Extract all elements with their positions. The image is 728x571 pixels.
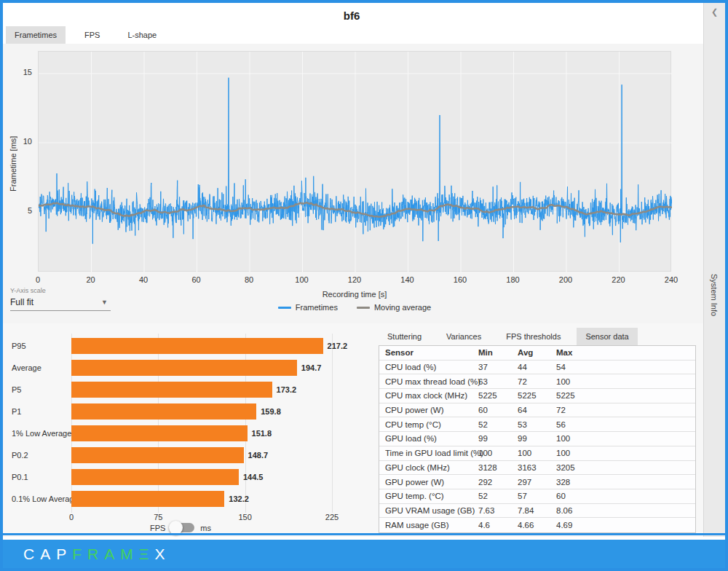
bar-p0-2 bbox=[71, 447, 244, 463]
sensor-value-cell: 57 bbox=[518, 492, 556, 500]
bar-gridline bbox=[332, 334, 333, 513]
sensor-value-cell: 100 bbox=[478, 449, 518, 457]
sensor-name-cell: CPU max thread load (%) bbox=[379, 377, 478, 386]
sensor-value-cell: 4.66 bbox=[518, 521, 556, 529]
tab-frametimes[interactable]: Frametimes bbox=[6, 26, 66, 44]
bar-category-label: 1% Low Average bbox=[12, 425, 71, 441]
legend-item: Frametimes bbox=[278, 303, 338, 312]
bar-x-tick: 0 bbox=[57, 513, 86, 521]
x-tick: 60 bbox=[182, 275, 211, 284]
header-cell: Min bbox=[478, 348, 518, 357]
x-tick: 100 bbox=[288, 275, 317, 284]
legend-swatch bbox=[278, 307, 291, 309]
x-tick: 220 bbox=[604, 275, 633, 284]
logo-letter: C bbox=[23, 546, 40, 562]
sensor-name-cell: GPU VRAM usage (GB) bbox=[379, 506, 478, 515]
y-tick: 15 bbox=[7, 68, 32, 76]
legend-label: Frametimes bbox=[296, 303, 338, 312]
bar-value-label: 148.7 bbox=[248, 447, 269, 463]
sensor-name-cell: Time in GPU load limit (%) bbox=[379, 449, 478, 457]
bar-category-label: Average bbox=[12, 360, 41, 376]
y-axis-scale-label: Y-Axis scale bbox=[10, 287, 111, 294]
sensor-table-header: SensorMinAvgMax bbox=[379, 346, 695, 361]
sensor-row: GPU power (W)292297328 bbox=[379, 475, 695, 489]
bar-x-tick: 75 bbox=[143, 513, 173, 521]
x-tick: 180 bbox=[499, 275, 528, 284]
y-axis-label: Frametime [ms] bbox=[9, 117, 17, 211]
x-tick: 40 bbox=[129, 275, 158, 284]
logo-letter: A bbox=[40, 546, 56, 562]
sensor-value-cell: 44 bbox=[518, 363, 556, 371]
sensor-value-cell: 64 bbox=[518, 406, 556, 414]
y-tick: 5 bbox=[7, 206, 32, 215]
tab-fps[interactable]: FPS bbox=[76, 26, 108, 44]
frametime-plot[interactable] bbox=[38, 51, 671, 272]
collapse-chevron-icon[interactable]: ❮ bbox=[704, 7, 725, 17]
sensor-value-cell: 56 bbox=[556, 420, 600, 429]
sensor-row: GPU temp. (°C)525760 bbox=[379, 489, 695, 504]
chevron-down-icon: ▼ bbox=[101, 299, 108, 306]
sensor-row: CPU temp (°C)525356 bbox=[379, 417, 695, 432]
logo-letter: A bbox=[104, 546, 120, 562]
sensor-value-cell: 4.69 bbox=[556, 521, 600, 529]
header: bf6 bbox=[3, 3, 700, 28]
header-cell: Sensor bbox=[379, 348, 478, 357]
y-axis-scale-control: Y-Axis scale Full fit ▼ bbox=[10, 287, 111, 311]
bar-p95 bbox=[71, 338, 323, 354]
y-axis-scale-value: Full fit bbox=[10, 297, 33, 307]
fps-toggle-label: FPS bbox=[150, 524, 165, 532]
tab-sensor-data[interactable]: Sensor data bbox=[577, 328, 637, 345]
sensor-value-cell: 328 bbox=[556, 478, 600, 487]
tab-variances[interactable]: Variances bbox=[438, 328, 490, 345]
system-info-sidebar[interactable]: ❮ System Info bbox=[703, 3, 725, 537]
sensor-value-cell: 4.6 bbox=[478, 521, 518, 529]
sensor-value-cell: 5225 bbox=[478, 391, 518, 400]
x-tick: 0 bbox=[23, 275, 52, 284]
sensor-value-cell: 52 bbox=[478, 420, 518, 429]
bar-category-label: 0.1% Low Average bbox=[12, 491, 79, 507]
logo-letter: P bbox=[56, 546, 72, 562]
sensor-value-cell: 5225 bbox=[556, 391, 600, 400]
sensor-row: GPU VRAM usage (GB)7.637.848.06 bbox=[379, 504, 695, 519]
sensor-row: CPU max thread load (%)6372100 bbox=[379, 374, 695, 389]
y-tick: 10 bbox=[7, 137, 32, 146]
sensor-row: CPU load (%)374454 bbox=[379, 361, 695, 375]
bar-x-tick: 150 bbox=[231, 513, 260, 521]
logo-letter: R bbox=[87, 546, 104, 562]
sensor-value-cell: 3163 bbox=[518, 463, 556, 472]
sensor-value-cell: 54 bbox=[556, 363, 600, 371]
bar-1-low-average bbox=[71, 425, 248, 441]
system-info-label[interactable]: System Info bbox=[710, 274, 719, 316]
logo-letter: M bbox=[120, 546, 139, 562]
y-axis-scale-dropdown[interactable]: Full fit ▼ bbox=[10, 294, 111, 311]
sensor-row: GPU clock (MHz)312831633205 bbox=[379, 461, 695, 476]
main-tab-strip: FrametimesFPSL-shape bbox=[6, 26, 165, 44]
sensor-name-cell: GPU temp. (°C) bbox=[379, 492, 478, 500]
x-tick: 120 bbox=[340, 275, 369, 284]
analysis-panel: StutteringVariancesFPS thresholdsSensor … bbox=[373, 323, 703, 537]
sensor-value-cell: 297 bbox=[518, 478, 556, 487]
frametime-series bbox=[39, 52, 672, 272]
bar-category-label: P0.1 bbox=[12, 469, 28, 485]
x-tick: 240 bbox=[657, 275, 686, 284]
chart-legend: FrametimesMoving average bbox=[38, 303, 671, 312]
sensor-value-cell: 72 bbox=[518, 377, 556, 386]
tab-fps-thresholds[interactable]: FPS thresholds bbox=[497, 328, 569, 345]
bar-p5 bbox=[71, 382, 272, 398]
bar-0-1-low-average bbox=[71, 491, 224, 507]
sensor-value-cell: 8.06 bbox=[556, 506, 600, 515]
sensor-value-cell: 100 bbox=[556, 434, 600, 443]
sensor-value-cell: 100 bbox=[556, 377, 600, 386]
footer-accent-line bbox=[3, 533, 725, 535]
tab-l-shape[interactable]: L-shape bbox=[119, 26, 165, 44]
sensor-value-cell: 292 bbox=[478, 478, 518, 487]
tab-stuttering[interactable]: Stuttering bbox=[379, 328, 430, 345]
sensor-name-cell: CPU max clock (MHz) bbox=[379, 391, 478, 400]
fps-ms-toggle[interactable] bbox=[171, 523, 194, 532]
logo-letter: Ξ bbox=[139, 546, 155, 562]
sensor-value-cell: 60 bbox=[478, 406, 518, 414]
legend-label: Moving average bbox=[374, 303, 431, 312]
x-tick: 140 bbox=[393, 275, 422, 284]
sensor-value-cell: 100 bbox=[556, 449, 600, 457]
bar-category-label: P0.2 bbox=[12, 447, 28, 463]
